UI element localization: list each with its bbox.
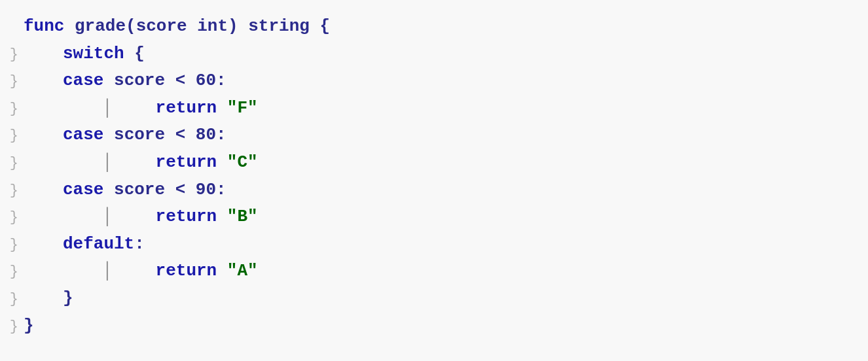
normal-token: }	[63, 285, 73, 313]
keyword-token: case	[63, 67, 103, 95]
line-gutter: }	[7, 288, 18, 311]
code-line: }}	[7, 285, 868, 313]
normal-token: :	[134, 231, 145, 258]
line-gutter: }	[7, 97, 18, 120]
keyword-token: return	[156, 258, 217, 285]
normal-token: }	[24, 313, 34, 340]
code-line: func grade(score int) string {	[7, 13, 868, 41]
normal-token: score < 60:	[103, 67, 226, 95]
code-line: }default:	[7, 231, 868, 258]
normal-token	[217, 149, 227, 177]
pipe-char: │	[102, 95, 113, 122]
keyword-token: case	[63, 177, 103, 204]
line-gutter: }	[7, 43, 18, 66]
line-gutter: }	[7, 315, 18, 338]
code-line: }switch {	[7, 41, 868, 68]
code-line: }}	[7, 313, 868, 340]
normal-token	[217, 203, 227, 231]
code-line: }case score < 60:	[7, 67, 868, 95]
line-gutter: }	[7, 70, 18, 93]
string-token: "F"	[227, 95, 258, 122]
normal-token: grade(score int) string {	[75, 13, 330, 41]
code-line: }│return "B"	[7, 203, 868, 231]
keyword-token: return	[156, 149, 217, 177]
line-gutter: }	[7, 206, 18, 229]
normal-token	[217, 95, 227, 122]
normal-token	[217, 258, 227, 285]
code-line: }case score < 90:	[7, 177, 868, 204]
line-gutter: }	[7, 179, 18, 202]
pipe-char: │	[102, 258, 113, 285]
keyword-token: return	[156, 95, 217, 122]
code-line: }│return "F"	[7, 95, 868, 122]
keyword-token: return	[156, 203, 217, 231]
keyword-token: switch	[63, 41, 124, 68]
string-token: "A"	[227, 258, 258, 285]
normal-token: score < 90:	[103, 177, 226, 204]
pipe-char: │	[102, 149, 113, 177]
code-line: }│return "A"	[7, 258, 868, 285]
keyword-token: case	[63, 122, 103, 149]
code-editor: func grade(score int) string {}switch {}…	[0, 0, 868, 361]
line-gutter: }	[7, 152, 18, 175]
pipe-char: │	[102, 203, 113, 231]
line-gutter: }	[7, 260, 18, 283]
string-token: "C"	[227, 149, 258, 177]
code-line: }case score < 80:	[7, 122, 868, 149]
line-gutter: }	[7, 124, 18, 147]
normal-token: {	[124, 41, 145, 68]
keyword-token: default	[63, 231, 134, 258]
line-gutter: }	[7, 233, 18, 256]
normal-token: score < 80:	[103, 122, 226, 149]
string-token: "B"	[227, 203, 258, 231]
code-line: }│return "C"	[7, 149, 868, 177]
keyword-token: func	[24, 13, 75, 41]
